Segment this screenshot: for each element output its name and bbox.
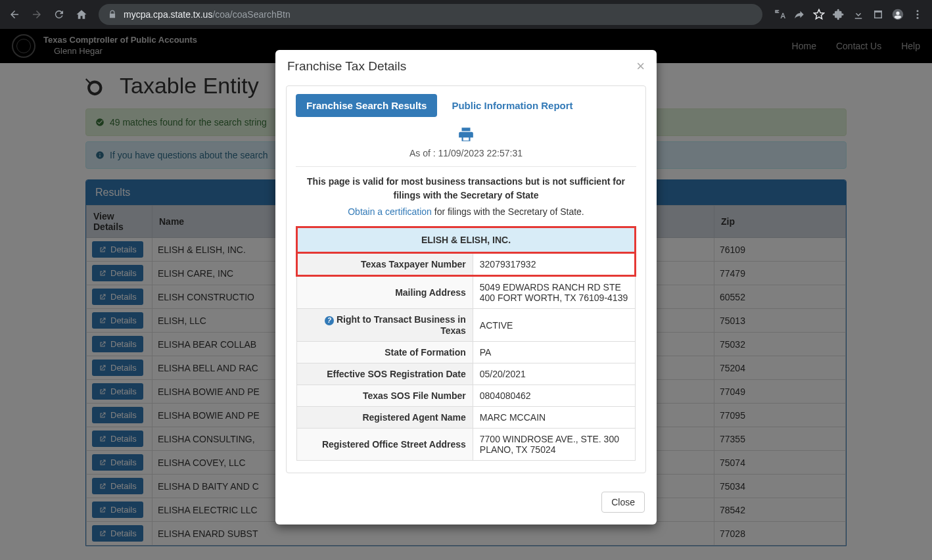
franchise-modal: Franchise Tax Details × Franchise Search…: [275, 50, 657, 525]
svg-point-2: [917, 14, 919, 16]
profile-icon[interactable]: [889, 5, 907, 24]
modal-title: Franchise Tax Details: [287, 59, 406, 74]
mailing-label: Mailing Address: [297, 276, 473, 309]
lock-icon: [108, 10, 117, 19]
taxpayer-value: 32079317932: [473, 253, 635, 276]
close-button[interactable]: Close: [601, 492, 645, 513]
modal-close-x[interactable]: ×: [636, 59, 645, 74]
svg-point-3: [917, 17, 919, 19]
sos-date-label: Effective SOS Registration Date: [297, 363, 473, 385]
svg-point-1: [917, 10, 919, 12]
modal-body: Franchise Search Results Public Informat…: [275, 83, 657, 484]
asof-line: As of : 11/09/2023 22:57:31: [296, 148, 636, 158]
browser-toolbar: mycpa.cpa.state.tx.us/coa/coaSearchBtn: [0, 0, 932, 29]
entity-table: ELISH & ELISH, INC. Texas Taxpayer Numbe…: [296, 226, 636, 461]
url-path: /coa/coaSearchBtn: [212, 9, 290, 20]
asof-value: 11/09/2023 22:57:31: [438, 148, 523, 158]
bookmark-icon[interactable]: [810, 5, 828, 24]
window-icon[interactable]: [869, 5, 887, 24]
tab-franchise[interactable]: Franchise Search Results: [296, 94, 437, 117]
modal-footer: Close: [275, 484, 657, 525]
formation-value: PA: [473, 342, 635, 363]
agent-label: Registered Agent Name: [297, 407, 473, 429]
forward-button[interactable]: [28, 5, 46, 24]
formation-label: State of Formation: [297, 342, 473, 363]
disclaimer: This page is valid for most business tra…: [296, 175, 636, 202]
agent-value: MARC MCCAIN: [473, 407, 635, 429]
cert-suffix: for filings with the Secretary of State.: [432, 206, 584, 217]
modal-tabs: Franchise Search Results Public Informat…: [296, 94, 636, 117]
modal-header: Franchise Tax Details ×: [275, 50, 657, 83]
modal-panel: Franchise Search Results Public Informat…: [286, 85, 646, 473]
url-bar[interactable]: mycpa.cpa.state.tx.us/coa/coaSearchBtn: [99, 4, 762, 25]
reload-button[interactable]: [50, 5, 68, 24]
print-block: [296, 126, 636, 145]
menu-icon[interactable]: [908, 5, 927, 24]
help-icon[interactable]: ?: [325, 316, 334, 325]
cert-line: Obtain a certification for filings with …: [296, 206, 636, 217]
mailing-value: 5049 EDWARDS RANCH RD STE 400 FORT WORTH…: [473, 276, 635, 309]
downloads-icon[interactable]: [849, 5, 868, 24]
asof-prefix: As of :: [409, 148, 438, 158]
extensions-icon[interactable]: [829, 5, 848, 24]
browser-right-icons: [770, 5, 927, 24]
home-button[interactable]: [72, 5, 91, 24]
back-button[interactable]: [5, 5, 24, 24]
translate-icon[interactable]: [770, 5, 789, 24]
tab-pir[interactable]: Public Information Report: [441, 94, 583, 117]
entity-name: ELISH & ELISH, INC.: [297, 227, 636, 253]
divider: [296, 166, 636, 167]
rtb-value: ACTIVE: [473, 309, 635, 342]
print-icon[interactable]: [456, 126, 476, 143]
office-label: Registered Office Street Address: [297, 429, 473, 461]
taxpayer-label: Texas Taxpayer Number: [297, 253, 473, 276]
rtb-label: ?Right to Transact Business in Texas: [297, 309, 473, 342]
url-host: mycpa.cpa.state.tx.us: [124, 9, 212, 20]
share-icon[interactable]: [790, 5, 808, 24]
sos-file-value: 0804080462: [473, 385, 635, 407]
sos-file-label: Texas SOS File Number: [297, 385, 473, 407]
cert-link[interactable]: Obtain a certification: [348, 206, 432, 217]
office-value: 7700 WINDROSE AVE., STE. 300 PLANO, TX 7…: [473, 429, 635, 461]
sos-date-value: 05/20/2021: [473, 363, 635, 385]
